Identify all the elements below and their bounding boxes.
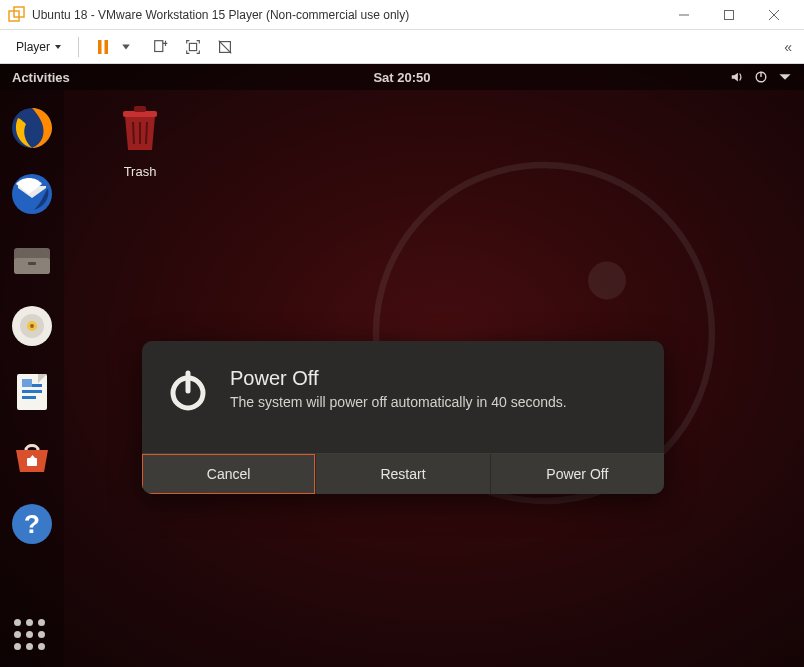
power-icon <box>754 70 768 84</box>
svg-rect-8 <box>155 40 163 51</box>
minimize-button[interactable] <box>661 0 706 30</box>
dock-item-thunderbird[interactable] <box>8 170 56 218</box>
svg-rect-6 <box>98 40 102 54</box>
gnome-top-bar: Activities Sat 20:50 <box>0 64 804 90</box>
vmware-toolbar: Player « <box>0 30 804 64</box>
dock-item-ubuntu-software[interactable] <box>8 434 56 482</box>
window-title: Ubuntu 18 - VMware Workstation 15 Player… <box>32 8 661 22</box>
ubuntu-dock: ? <box>0 90 64 667</box>
dialog-button-row: Cancel Restart Power Off <box>142 453 664 494</box>
svg-rect-30 <box>27 458 37 466</box>
pause-button[interactable] <box>89 33 117 61</box>
svg-rect-29 <box>22 379 32 387</box>
vmware-app-icon <box>8 6 26 24</box>
cancel-button[interactable]: Cancel <box>142 454 316 494</box>
svg-line-37 <box>146 122 147 144</box>
dialog-body: Power Off The system will power off auto… <box>142 341 664 453</box>
svg-line-35 <box>133 122 134 144</box>
dialog-text-block: Power Off The system will power off auto… <box>230 367 567 410</box>
svg-rect-27 <box>22 390 42 393</box>
player-menu-label: Player <box>16 40 50 54</box>
svg-rect-7 <box>105 40 109 54</box>
status-area[interactable] <box>730 70 792 84</box>
svg-text:?: ? <box>24 509 40 539</box>
svg-rect-20 <box>28 262 36 265</box>
maximize-button[interactable] <box>706 0 751 30</box>
volume-icon <box>730 70 744 84</box>
clock[interactable]: Sat 20:50 <box>373 70 430 85</box>
dialog-title: Power Off <box>230 367 567 390</box>
dock-item-files[interactable] <box>8 236 56 284</box>
dock-item-help[interactable]: ? <box>8 500 56 548</box>
svg-rect-9 <box>189 43 196 50</box>
svg-line-11 <box>219 40 232 53</box>
svg-rect-28 <box>22 396 36 399</box>
player-menu[interactable]: Player <box>10 37 68 57</box>
dock-item-rhythmbox[interactable] <box>8 302 56 350</box>
collapse-toolbar-button[interactable]: « <box>780 39 794 55</box>
send-ctrl-alt-del-button[interactable] <box>147 33 175 61</box>
chevron-down-icon <box>778 70 792 84</box>
activities-button[interactable]: Activities <box>12 70 70 85</box>
chevron-down-icon <box>54 43 62 51</box>
dock-item-firefox[interactable] <box>8 104 56 152</box>
desktop-icon-trash[interactable]: Trash <box>100 104 180 179</box>
power-icon <box>166 369 210 413</box>
svg-point-24 <box>30 324 34 328</box>
svg-rect-19 <box>14 258 50 274</box>
dock-item-libreoffice-writer[interactable] <box>8 368 56 416</box>
window-controls <box>661 0 796 30</box>
unity-mode-button[interactable] <box>211 33 239 61</box>
close-button[interactable] <box>751 0 796 30</box>
power-off-button[interactable]: Power Off <box>491 454 664 494</box>
ubuntu-desktop: Activities Sat 20:50 ? <box>0 64 804 667</box>
trash-icon <box>118 104 162 154</box>
chevron-down-icon[interactable] <box>121 42 131 52</box>
restart-button[interactable]: Restart <box>316 454 490 494</box>
svg-rect-3 <box>724 10 733 19</box>
dialog-message: The system will power off automatically … <box>230 394 567 410</box>
svg-rect-34 <box>134 106 146 112</box>
power-off-dialog: Power Off The system will power off auto… <box>142 341 664 494</box>
window-titlebar: Ubuntu 18 - VMware Workstation 15 Player… <box>0 0 804 30</box>
toolbar-separator <box>78 37 79 57</box>
desktop-icon-label: Trash <box>100 164 180 179</box>
show-applications-button[interactable] <box>14 619 50 655</box>
fullscreen-button[interactable] <box>179 33 207 61</box>
